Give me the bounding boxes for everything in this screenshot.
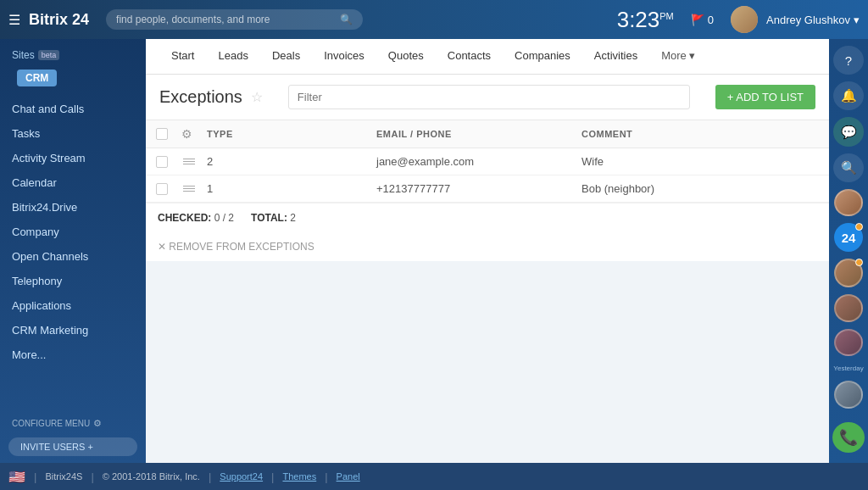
flag-indicator[interactable]: 🚩 0 bbox=[691, 14, 714, 26]
hamburger-icon[interactable]: ☰ bbox=[8, 12, 20, 28]
tab-deals[interactable]: Deals bbox=[260, 41, 312, 72]
row-2-menu[interactable] bbox=[181, 184, 207, 193]
logo: Bitrix 24 bbox=[29, 11, 89, 29]
sidebar-item-calendar[interactable]: Calendar bbox=[0, 170, 146, 195]
configure-menu[interactable]: CONFIGURE MENU ⚙ bbox=[0, 413, 146, 434]
avatar-4[interactable] bbox=[834, 329, 863, 357]
sidebar-item-chat-and-calls[interactable]: Chat and Calls bbox=[0, 97, 146, 121]
row-2-type: 1 bbox=[207, 182, 376, 195]
clock: 3:23 PM bbox=[617, 7, 674, 33]
avatar-3[interactable] bbox=[834, 294, 863, 322]
sidebar: Sites beta CRM Chat and Calls Tasks Acti… bbox=[0, 39, 146, 463]
exceptions-favorite-star[interactable]: ☆ bbox=[251, 89, 263, 105]
remove-from-exceptions-label: ✕ REMOVE FROM EXCEPTIONS bbox=[158, 241, 314, 253]
row-1-menu[interactable] bbox=[181, 157, 207, 166]
bottom-separator-1: | bbox=[34, 471, 36, 483]
table-settings-icon[interactable]: ⚙ bbox=[181, 127, 192, 141]
search-icon: 🔍 bbox=[340, 14, 353, 25]
content-area: Start Leads Deals Invoices Quotes Contac… bbox=[146, 39, 829, 463]
add-to-list-label: + ADD TO LIST bbox=[727, 91, 804, 103]
nav-tabs: Start Leads Deals Invoices Quotes Contac… bbox=[146, 39, 829, 75]
bitrix24s-label: Bitrix24S bbox=[45, 471, 82, 482]
help-icon[interactable]: ? bbox=[833, 46, 864, 75]
call-button[interactable]: 📞 bbox=[832, 422, 865, 453]
avatar-2-dot bbox=[855, 259, 863, 266]
notifications-icon[interactable]: 🔔 bbox=[833, 81, 864, 110]
right-sidebar: ? 🔔 💬 🔍 24 Yesterday 📞 bbox=[829, 39, 868, 463]
themes-link[interactable]: Themes bbox=[282, 471, 316, 482]
checked-label: CHECKED: 0 / 2 bbox=[158, 212, 234, 224]
tab-contacts[interactable]: Contacts bbox=[436, 41, 503, 72]
sidebar-item-company[interactable]: Company bbox=[0, 220, 146, 244]
tab-more[interactable]: More ▾ bbox=[649, 41, 707, 72]
sidebar-item-crm-marketing[interactable]: CRM Marketing bbox=[0, 318, 146, 342]
sidebar-item-applications[interactable]: Applications bbox=[0, 293, 146, 318]
notification-badge-item[interactable]: 24 bbox=[834, 223, 863, 252]
ampm-display: PM bbox=[659, 11, 674, 21]
invite-users-button[interactable]: INVITE USERS + bbox=[8, 437, 137, 456]
time-display: 3:23 bbox=[617, 7, 660, 33]
sidebar-item-tasks[interactable]: Tasks bbox=[0, 121, 146, 146]
user-avatar[interactable] bbox=[731, 6, 758, 33]
tab-leads[interactable]: Leads bbox=[206, 41, 259, 72]
filter-input[interactable] bbox=[288, 85, 690, 109]
checked-label-text: CHECKED: bbox=[158, 212, 211, 224]
support-link[interactable]: Support24 bbox=[220, 471, 263, 482]
row-1-email: jane@example.com bbox=[376, 155, 581, 168]
sidebar-item-open-channels[interactable]: Open Channels bbox=[0, 244, 146, 269]
tab-start[interactable]: Start bbox=[159, 41, 206, 72]
sidebar-item-activity-stream[interactable]: Activity Stream bbox=[0, 146, 146, 170]
bottom-separator-3: | bbox=[209, 471, 211, 483]
row-2-checkbox[interactable] bbox=[156, 183, 168, 195]
select-all-checkbox[interactable] bbox=[156, 128, 168, 140]
bottombar: 🇺🇸 | Bitrix24S | © 2001-2018 Bitrix, Inc… bbox=[0, 463, 868, 490]
panel-link[interactable]: Panel bbox=[337, 471, 360, 482]
notification-dot bbox=[855, 223, 863, 231]
yesterday-label: Yesterday bbox=[832, 363, 865, 374]
avatar-5[interactable] bbox=[834, 381, 863, 409]
row-1-comment: Wife bbox=[581, 155, 819, 168]
username-text: Andrey Glushkov bbox=[766, 14, 850, 26]
table-header: ⚙ TYPE EMAIL / PHONE COMMENT bbox=[146, 120, 829, 148]
sidebar-item-more[interactable]: More... bbox=[0, 342, 146, 367]
column-header-comment: COMMENT bbox=[581, 129, 819, 139]
configure-menu-icon: ⚙ bbox=[93, 418, 102, 429]
dropdown-icon: ▾ bbox=[854, 14, 860, 26]
table-row: 2 jane@example.com Wife bbox=[146, 148, 829, 175]
username-display[interactable]: Andrey Glushkov ▾ bbox=[766, 14, 860, 26]
tab-activities[interactable]: Activities bbox=[582, 41, 649, 72]
table-row: 1 +12137777777 Bob (neighbor) bbox=[146, 175, 829, 203]
search-input[interactable] bbox=[116, 14, 335, 25]
total-label: TOTAL: 2 bbox=[251, 212, 296, 224]
search-icon-right[interactable]: 🔍 bbox=[833, 153, 864, 182]
row-1-type: 2 bbox=[207, 155, 376, 168]
tab-quotes[interactable]: Quotes bbox=[376, 41, 436, 72]
table-footer: CHECKED: 0 / 2 TOTAL: 2 bbox=[146, 203, 829, 232]
row-2-email: +12137777777 bbox=[376, 182, 581, 195]
column-header-type: TYPE bbox=[207, 129, 376, 139]
exceptions-filter bbox=[288, 85, 690, 109]
crm-badge[interactable]: CRM bbox=[17, 70, 57, 86]
flag-count: 0 bbox=[708, 14, 714, 26]
tab-invoices[interactable]: Invoices bbox=[312, 41, 376, 72]
checked-value: 0 / 2 bbox=[214, 212, 234, 224]
sidebar-item-bitrix24drive[interactable]: Bitrix24.Drive bbox=[0, 195, 146, 220]
sidebar-sites[interactable]: Sites beta bbox=[0, 46, 146, 66]
logo-text: Bitrix 24 bbox=[29, 11, 89, 29]
sidebar-item-telephony[interactable]: Telephony bbox=[0, 269, 146, 293]
row-1-checkbox[interactable] bbox=[156, 156, 168, 168]
bottom-flag-icon: 🇺🇸 bbox=[8, 469, 25, 485]
chat-icon[interactable]: 💬 bbox=[833, 117, 864, 146]
main-layout: Sites beta CRM Chat and Calls Tasks Acti… bbox=[0, 39, 868, 463]
avatar-2-badge[interactable] bbox=[834, 259, 863, 287]
bottom-separator-4: | bbox=[271, 471, 274, 483]
page-content: Exceptions ☆ + ADD TO LIST ⚙ bbox=[146, 75, 829, 463]
remove-from-exceptions-button[interactable]: ✕ REMOVE FROM EXCEPTIONS bbox=[158, 241, 314, 253]
avatar-1[interactable] bbox=[834, 189, 863, 217]
add-to-list-button[interactable]: + ADD TO LIST bbox=[715, 85, 815, 109]
search-box[interactable]: 🔍 bbox=[106, 9, 363, 30]
tab-companies[interactable]: Companies bbox=[503, 41, 582, 72]
bottom-separator-2: | bbox=[91, 471, 93, 483]
column-header-email: EMAIL / PHONE bbox=[376, 129, 581, 139]
topbar: ☰ Bitrix 24 🔍 3:23 PM 🚩 0 Andrey Glushko… bbox=[0, 0, 868, 39]
